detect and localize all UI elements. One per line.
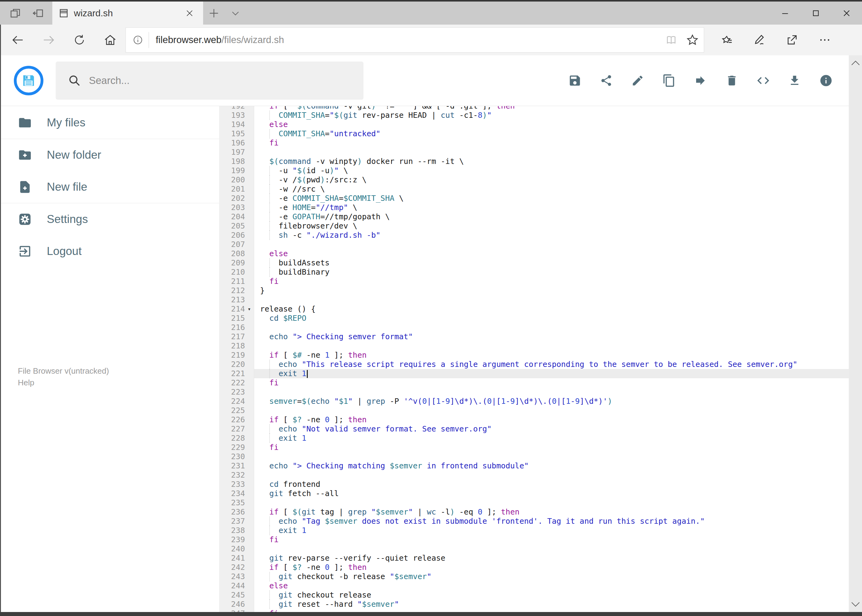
code-line[interactable]: 211 fi [219,277,862,286]
sidebar-item-my-files[interactable]: My files [0,107,219,139]
code-line[interactable]: 218 [219,341,862,350]
scroll-down-icon[interactable] [851,602,860,607]
code-line[interactable]: 198 $(command -v winpty) docker run --rm… [219,157,862,166]
code-line[interactable]: 224 semver=$(echo "$1" | grep -P '^v(0|[… [219,397,862,406]
code-line[interactable]: 201 -w //src \ [219,184,862,194]
code-line[interactable]: 202 -e COMMIT_SHA=$COMMIT_SHA \ [219,194,862,203]
sidebar-item-settings[interactable]: Settings [0,203,219,235]
code-line[interactable]: 219 if [ $# -ne 1 ]; then [219,350,862,360]
edit-button[interactable] [628,71,647,90]
code-line[interactable]: 231 echo "> Checking matching $semver in… [219,461,862,470]
code-line[interactable]: 226 if [ $? -ne 0 ]; then [219,415,862,424]
code-line[interactable]: 210 buildBinary [219,267,862,277]
share-page-button[interactable] [778,26,806,54]
code-line[interactable]: 214▾release () { [219,305,862,314]
code-line[interactable]: 195 COMMIT_SHA="untracked" [219,129,862,138]
code-line[interactable]: 203 -e HOME="//tmp" \ [219,203,862,212]
set-aside-tabs-button[interactable] [28,3,48,23]
page-info-icon[interactable] [132,35,143,45]
code-line[interactable]: 199 -u "$(id -u)" \ [219,166,862,175]
favorites-hub-button[interactable] [713,26,741,54]
save-button[interactable] [565,71,585,90]
address-bar[interactable]: filebrowser.web/files/wizard.sh [126,27,704,53]
reading-view-icon[interactable] [665,34,678,46]
code-line[interactable]: 245 git checkout release [219,591,862,600]
code-line[interactable]: 212} [219,286,862,295]
tab-close-button[interactable] [182,6,197,20]
code-line[interactable]: 220 echo "This release script requires a… [219,360,862,369]
code-line[interactable]: 244 else [219,581,862,591]
more-options-button[interactable] [811,26,838,54]
search-box[interactable] [56,61,364,100]
info-button[interactable] [816,71,835,90]
code-line[interactable]: 222 fi [219,378,862,388]
code-line[interactable]: 234 git fetch --all [219,489,862,498]
code-editor[interactable]: 192 if [ "$(command -v git)" != "" ] && … [219,106,862,616]
code-line[interactable]: 232 [219,470,862,480]
code-line[interactable]: 200 -v /$(pwd):/src:z \ [219,175,862,184]
new-tab-button[interactable] [203,2,225,25]
code-line[interactable]: 227 echo "Not valid semver format. See s… [219,424,862,434]
code-line[interactable]: 223 [219,388,862,397]
sidebar-item-new-folder[interactable]: New folder [0,139,219,171]
code-line[interactable]: 197 [219,148,862,157]
code-line[interactable]: 228 exit 1 [219,434,862,443]
code-line[interactable]: 209 buildAssets [219,258,862,267]
code-line[interactable]: 221 exit 1 [219,369,862,378]
forward-button[interactable] [33,26,64,54]
code-line[interactable]: 193 COMMIT_SHA="$(git rev-parse HEAD | c… [219,111,862,120]
fold-marker-icon[interactable]: ▾ [245,305,254,314]
maximize-button[interactable] [801,2,831,25]
code-line[interactable]: 215 cd $REPO [219,314,862,323]
filebrowser-logo[interactable] [14,66,43,95]
delete-button[interactable] [722,71,741,90]
code-line[interactable]: 233 cd frontend [219,480,862,489]
help-link[interactable]: Help [18,377,219,388]
code-line[interactable]: 237 echo "Tag $semver does not exist in … [219,517,862,526]
code-line[interactable]: 213 [219,295,862,305]
code-line[interactable]: 225 [219,406,862,415]
scroll-up-icon[interactable] [851,60,860,66]
refresh-button[interactable] [64,26,95,54]
home-button[interactable] [95,26,126,54]
code-line[interactable]: 205 filebrowser/dev \ [219,222,862,231]
code-line[interactable]: 192 if [ "$(command -v git)" != "" ] && … [219,106,862,111]
code-line[interactable]: 194 else [219,120,862,129]
code-line[interactable]: 204 -e GOPATH=//tmp/gopath \ [219,212,862,222]
sidebar-item-logout[interactable]: Logout [0,235,219,267]
download-button[interactable] [785,71,804,90]
code-line[interactable]: 196 fi [219,138,862,148]
back-button[interactable] [2,26,33,54]
code-line[interactable]: 241 git rev-parse --verify --quiet relea… [219,553,862,563]
code-line[interactable]: 206 sh -c "./wizard.sh -b" [219,231,862,240]
tab-list-dropdown-button[interactable] [225,2,246,25]
vertical-scrollbar[interactable] [849,55,862,612]
code-line[interactable]: 239 fi [219,535,862,544]
web-notes-pen-button[interactable] [746,26,773,54]
share-button[interactable] [597,71,616,90]
sidebar-item-new-file[interactable]: New file [0,171,219,203]
tab-wizard-sh[interactable]: wizard.sh [52,2,203,25]
code-line[interactable]: 242 if [ $? -ne 0 ]; then [219,563,862,572]
code-line[interactable]: 216 [219,323,862,332]
search-input[interactable] [89,75,335,86]
code-line[interactable]: 238 exit 1 [219,526,862,535]
tab-preview-button[interactable] [6,3,25,23]
code-line[interactable]: 243 git checkout -b release "$semver" [219,572,862,581]
code-line[interactable]: 246 git reset --hard "$semver" [219,600,862,609]
copy-button[interactable] [660,71,679,90]
code-line[interactable]: 236 if [ $(git tag | grep "$semver" | wc… [219,508,862,517]
code-line[interactable]: 208 else [219,249,862,258]
minimize-button[interactable] [770,2,801,25]
tab-preview-icon [9,7,22,19]
code-line[interactable]: 207 [219,240,862,249]
code-view-button[interactable] [754,71,773,90]
close-button[interactable] [831,2,862,25]
code-line[interactable]: 229 fi [219,443,862,452]
code-line[interactable]: 235 [219,498,862,508]
favorite-star-icon[interactable] [686,33,699,46]
code-line[interactable]: 230 [219,452,862,461]
move-button[interactable] [691,71,710,90]
code-line[interactable]: 217 echo "> Checking semver format" [219,332,862,341]
code-line[interactable]: 240 [219,544,862,553]
